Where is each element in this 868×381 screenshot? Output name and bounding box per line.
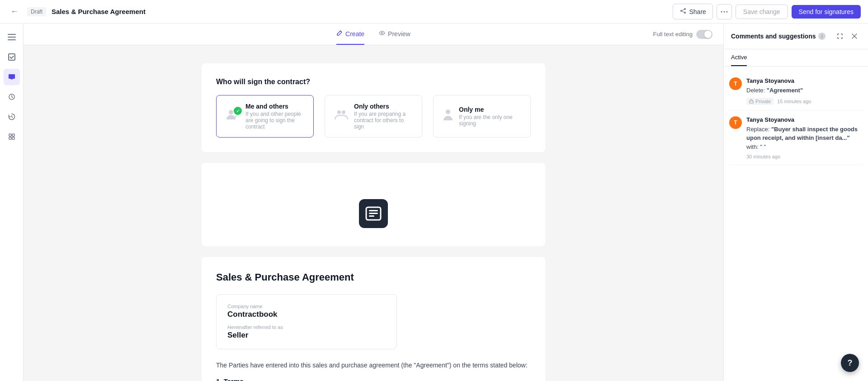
option-desc: If you are preparing a contract for othe… <box>354 111 413 130</box>
comment-text: Delete: "Agreement" <box>746 86 863 95</box>
sign-section: Who will sign the contract? <box>202 63 545 152</box>
share-icon <box>679 7 687 16</box>
svg-point-1 <box>684 8 686 10</box>
comment-with: with: " " <box>746 143 766 150</box>
svg-rect-8 <box>8 34 16 35</box>
back-button[interactable]: ← <box>7 5 22 19</box>
svg-point-7 <box>726 11 727 12</box>
panel-tabs: Active <box>724 49 868 67</box>
content-area: Create Preview Full text editing <box>24 24 723 381</box>
panel-tab-active[interactable]: Active <box>731 49 747 66</box>
option-desc: If you and other people are going to sig… <box>245 111 304 130</box>
full-text-toggle-switch[interactable] <box>696 30 712 39</box>
comment-quoted: "Agreement" <box>767 87 803 94</box>
main-layout: Create Preview Full text editing <box>0 24 868 381</box>
sign-option-me-and-others[interactable]: ✓ Me and others If you and other people … <box>216 95 314 138</box>
comment-item: T Tanya Stoyanova Replace: "Buyer shall … <box>729 111 863 166</box>
svg-rect-24 <box>369 210 378 211</box>
document-title: Sales & Purchase Agreement <box>52 8 667 15</box>
doc-heading1: 1. Terms <box>216 377 531 381</box>
svg-rect-15 <box>9 137 11 139</box>
sidebar-icon-history[interactable] <box>4 109 20 125</box>
sign-option-only-me[interactable]: Only me If you are the only one signing <box>433 95 531 138</box>
help-button[interactable]: ? <box>841 354 859 372</box>
contractbook-logo-icon <box>359 199 388 228</box>
hereinafter-value: Seller <box>227 331 386 340</box>
option-title: Only me <box>459 106 521 113</box>
comment-body: Tanya Stoyanova Delete: "Agreement" Priv… <box>746 77 863 105</box>
sidebar-icon-clock[interactable] <box>4 89 20 105</box>
avatar: T <box>729 116 742 129</box>
avatar: T <box>729 77 742 90</box>
selected-badge: ✓ <box>234 107 242 115</box>
hereinafter-label: Hereinafter referred to as <box>227 324 386 330</box>
svg-line-3 <box>682 10 684 10</box>
panel-header: Comments and suggestions i <box>724 24 868 49</box>
doc-title: Sales & Purchase Agreement <box>216 271 531 283</box>
svg-line-4 <box>682 11 684 12</box>
option-title: Me and others <box>245 103 304 110</box>
comment-prefix: Delete: <box>746 87 767 94</box>
comment-author: Tanya Stoyanova <box>746 116 863 123</box>
comment-item: T Tanya Stoyanova Delete: "Agreement" Pr… <box>729 72 863 111</box>
svg-rect-27 <box>750 101 753 103</box>
topbar: ← Draft Sales & Purchase Agreement Share <box>0 0 868 24</box>
svg-rect-26 <box>369 215 374 217</box>
company-name-label: Company name <box>227 304 386 309</box>
sidebar-icon-integrations[interactable] <box>4 129 20 145</box>
sidebar-icon-comment[interactable] <box>4 69 20 85</box>
company-card: Company name Contractbook Hereinafter re… <box>216 294 397 349</box>
people-icon <box>334 109 349 124</box>
tabs-bar: Create Preview Full text editing <box>24 24 723 45</box>
sign-option-only-others[interactable]: Only others If you are preparing a contr… <box>325 95 422 138</box>
company-name-value: Contractbook <box>227 310 386 319</box>
share-button[interactable]: Share <box>673 4 713 19</box>
share-label: Share <box>689 8 706 15</box>
svg-point-6 <box>723 11 725 12</box>
topbar-actions: Share Save change Send for signatures <box>673 4 861 19</box>
comments-list: T Tanya Stoyanova Delete: "Agreement" Pr… <box>724 67 868 381</box>
expand-panel-button[interactable] <box>834 30 846 43</box>
save-button[interactable]: Save change <box>736 5 788 19</box>
svg-point-20 <box>337 110 341 114</box>
option-desc: If you are the only one signing <box>459 114 521 127</box>
sign-options: ✓ Me and others If you and other people … <box>216 95 531 138</box>
svg-point-2 <box>684 12 686 14</box>
left-sidebar <box>0 24 24 381</box>
sidebar-icon-menu[interactable] <box>4 29 20 45</box>
svg-point-22 <box>446 110 450 114</box>
panel-title: Comments and suggestions <box>731 33 816 40</box>
send-button[interactable]: Send for signatures <box>792 5 861 19</box>
company-name-field: Company name Contractbook <box>227 304 386 319</box>
draft-badge: Draft <box>27 7 46 16</box>
sign-question: Who will sign the contract? <box>216 78 531 86</box>
private-label: Private <box>755 99 771 104</box>
svg-point-5 <box>721 11 722 12</box>
more-button[interactable] <box>717 4 732 19</box>
tab-create[interactable]: Create <box>336 24 364 45</box>
option-title: Only others <box>354 103 413 110</box>
sign-option-icon-wrap: ✓ <box>226 109 240 124</box>
full-text-editing-toggle: Full text editing <box>653 30 712 39</box>
close-panel-button[interactable] <box>848 30 861 43</box>
comment-author: Tanya Stoyanova <box>746 77 863 84</box>
eye-icon <box>379 30 385 38</box>
comment-time: 30 minutes ago <box>746 154 780 159</box>
document-wrapper: Who will sign the contract? <box>193 45 554 381</box>
doc-paragraph1: The Parties have entered into this sales… <box>216 360 531 370</box>
svg-rect-14 <box>12 134 14 136</box>
svg-rect-16 <box>12 137 14 139</box>
comment-text: Replace: "Buyer shall inspect the goods … <box>746 125 863 152</box>
logo-section <box>202 163 545 246</box>
svg-point-18 <box>229 110 233 114</box>
hereinafter-field: Hereinafter referred to as Seller <box>227 324 386 340</box>
svg-rect-13 <box>9 134 11 136</box>
comment-meta: Private 15 minutes ago <box>746 98 863 105</box>
svg-point-17 <box>382 33 383 34</box>
person-icon <box>443 109 453 124</box>
comment-time: 15 minutes ago <box>777 99 811 104</box>
sidebar-icon-check[interactable] <box>4 49 20 65</box>
right-panel: Comments and suggestions i Active <box>723 24 868 381</box>
panel-title-row: Comments and suggestions i <box>731 33 826 40</box>
tab-preview[interactable]: Preview <box>379 24 410 45</box>
